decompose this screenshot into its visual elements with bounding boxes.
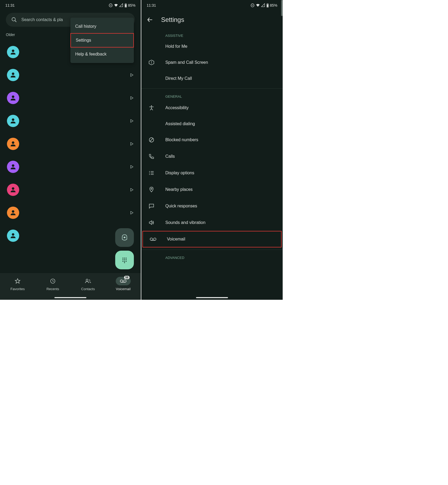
settings-nearby[interactable]: Nearby places bbox=[141, 181, 283, 198]
list-item[interactable] bbox=[0, 178, 141, 201]
play-icon[interactable] bbox=[130, 119, 134, 123]
play-icon[interactable] bbox=[130, 211, 134, 215]
svg-point-12 bbox=[12, 164, 14, 167]
battery-icon bbox=[266, 3, 269, 7]
settings-display-options[interactable]: Display options bbox=[141, 165, 283, 181]
settings-calls[interactable]: Calls bbox=[141, 148, 283, 165]
play-icon[interactable] bbox=[130, 96, 134, 100]
list-item[interactable] bbox=[0, 109, 141, 132]
nav-contacts[interactable]: Contacts bbox=[81, 277, 95, 291]
list-item[interactable] bbox=[0, 201, 141, 224]
settings-voicemail[interactable]: Voicemail bbox=[142, 231, 282, 247]
speaker-icon bbox=[149, 220, 154, 226]
menu-call-history[interactable]: Call history bbox=[70, 20, 134, 33]
dnd-icon bbox=[109, 3, 113, 7]
play-icon[interactable] bbox=[130, 188, 134, 192]
nav-recents[interactable]: Recents bbox=[45, 277, 60, 291]
list-item[interactable] bbox=[0, 155, 141, 178]
section-advanced: ADVANCED bbox=[141, 252, 283, 261]
settings-spam[interactable]: Spam and Call Screen bbox=[141, 54, 283, 71]
divider bbox=[141, 88, 283, 89]
settings-label: Sounds and vibration bbox=[165, 220, 205, 225]
search-placeholder: Search contacts & pla bbox=[21, 17, 63, 22]
settings-blocked[interactable]: Blocked numbers bbox=[141, 132, 283, 148]
svg-rect-4 bbox=[125, 4, 126, 7]
svg-point-50 bbox=[150, 238, 153, 240]
status-time: 11:31 bbox=[5, 3, 15, 7]
chat-icon bbox=[149, 203, 154, 209]
clock-icon bbox=[50, 278, 56, 284]
list-item[interactable] bbox=[0, 64, 141, 86]
svg-point-39 bbox=[151, 63, 152, 64]
phone-icon bbox=[149, 153, 154, 159]
bottom-nav: Favorites Recents Contacts 58 Voicemail bbox=[0, 273, 141, 300]
avatar bbox=[7, 92, 19, 104]
nav-voicemail[interactable]: 58 Voicemail bbox=[116, 277, 131, 291]
avatar bbox=[7, 115, 19, 127]
fab-video-call[interactable] bbox=[115, 228, 134, 247]
menu-help-feedback[interactable]: Help & feedback bbox=[70, 48, 134, 61]
avatar bbox=[7, 184, 19, 196]
svg-point-11 bbox=[12, 141, 14, 144]
svg-point-24 bbox=[124, 261, 125, 262]
svg-rect-35 bbox=[267, 3, 268, 4]
settings-label: Spam and Call Screen bbox=[165, 60, 208, 65]
phone-app-voicemail-screen: 11:31 85% Search contacts & pla Call his… bbox=[0, 0, 141, 300]
video-icon bbox=[121, 234, 128, 241]
settings-label: Hold for Me bbox=[165, 44, 187, 49]
svg-point-15 bbox=[12, 233, 14, 236]
page-title: Settings bbox=[161, 16, 184, 23]
nav-favorites[interactable]: Favorites bbox=[10, 277, 25, 291]
settings-direct-my-call[interactable]: Direct My Call bbox=[141, 71, 283, 86]
settings-assisted-dialing[interactable]: Assisted dialing bbox=[141, 116, 283, 132]
fab-dialpad[interactable] bbox=[115, 251, 134, 269]
svg-rect-3 bbox=[125, 3, 126, 4]
status-bar: 11:31 85% bbox=[141, 0, 283, 10]
back-arrow-icon[interactable] bbox=[147, 17, 153, 23]
home-indicator[interactable] bbox=[54, 297, 86, 298]
avatar bbox=[7, 207, 19, 219]
svg-point-25 bbox=[126, 261, 127, 262]
svg-line-42 bbox=[150, 139, 153, 141]
settings-label: Nearby places bbox=[165, 187, 193, 192]
home-indicator[interactable] bbox=[196, 297, 228, 298]
settings-sounds[interactable]: Sounds and vibration bbox=[141, 214, 283, 231]
list-item[interactable] bbox=[0, 86, 141, 109]
svg-point-8 bbox=[12, 73, 14, 75]
settings-quick-responses[interactable]: Quick responses bbox=[141, 198, 283, 214]
svg-point-9 bbox=[12, 96, 14, 98]
settings-label: Calls bbox=[165, 154, 175, 159]
settings-label: Direct My Call bbox=[165, 76, 192, 81]
svg-point-20 bbox=[122, 259, 123, 260]
settings-label: Assisted dialing bbox=[165, 121, 195, 126]
list-item[interactable] bbox=[0, 132, 141, 155]
play-icon[interactable] bbox=[130, 165, 134, 169]
settings-label: Display options bbox=[165, 171, 194, 175]
avatar bbox=[7, 161, 19, 173]
phone-settings-screen: 11:31 85% Settings ASSISTIVE Hold for Me… bbox=[141, 0, 283, 300]
accessibility-icon bbox=[149, 105, 154, 111]
avatar bbox=[7, 46, 19, 58]
alert-icon bbox=[149, 60, 154, 65]
nav-label: Voicemail bbox=[116, 287, 131, 291]
settings-hold-for-me[interactable]: Hold for Me bbox=[141, 39, 283, 54]
star-icon bbox=[15, 278, 21, 284]
status-icons: 85% bbox=[250, 3, 277, 7]
section-general: GENERAL bbox=[141, 91, 283, 100]
status-time: 11:31 bbox=[147, 3, 156, 7]
status-bar: 11:31 85% bbox=[0, 0, 141, 10]
battery-percent: 85% bbox=[128, 3, 135, 7]
settings-accessibility[interactable]: Accessibility bbox=[141, 100, 283, 116]
svg-point-10 bbox=[12, 119, 14, 121]
svg-point-23 bbox=[122, 261, 123, 262]
battery-percent: 85% bbox=[270, 3, 277, 7]
svg-point-19 bbox=[126, 258, 127, 259]
svg-point-29 bbox=[120, 280, 123, 282]
scrollbar[interactable] bbox=[281, 0, 283, 16]
menu-settings[interactable]: Settings bbox=[70, 33, 134, 48]
voicemail-icon bbox=[150, 237, 157, 241]
play-icon[interactable] bbox=[130, 73, 134, 77]
play-icon[interactable] bbox=[130, 142, 134, 146]
svg-point-40 bbox=[151, 105, 152, 107]
avatar bbox=[7, 230, 19, 242]
